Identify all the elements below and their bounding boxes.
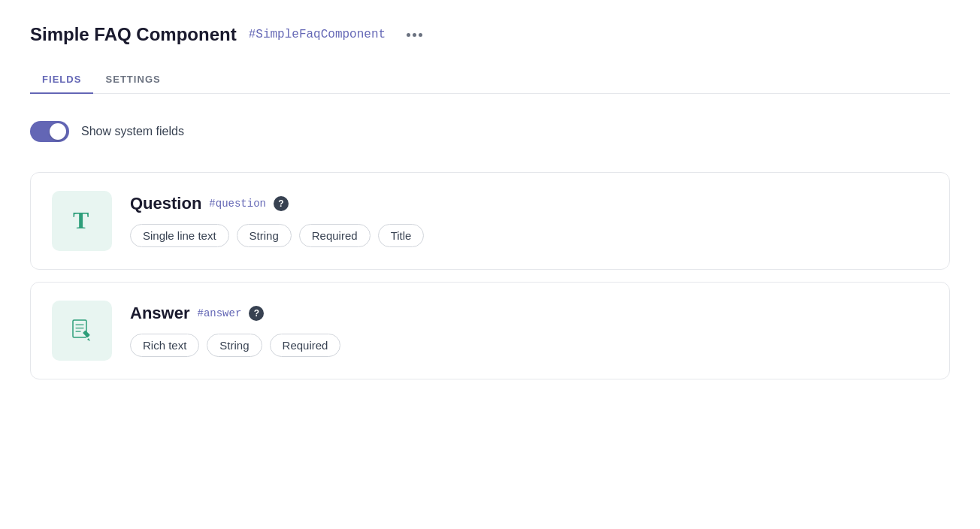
tag-required: Required [270, 334, 341, 357]
tag-single-line-text: Single line text [130, 224, 229, 247]
more-options-button[interactable] [401, 30, 428, 40]
field-card-answer: Answer #answer ? Rich text String Requir… [30, 282, 950, 379]
field-hash-question: #question [209, 198, 266, 210]
field-tags-answer: Rich text String Required [130, 334, 928, 357]
tab-fields[interactable]: FIELDS [30, 66, 93, 94]
rich-text-icon [67, 316, 97, 346]
field-hash-answer: #answer [197, 307, 241, 319]
system-fields-toggle-row: Show system fields [30, 121, 950, 142]
field-name-question: Question [130, 194, 201, 213]
field-icon-question: T [52, 191, 112, 251]
page-title: Simple FAQ Component [30, 24, 237, 45]
field-help-question[interactable]: ? [274, 196, 289, 211]
svg-rect-1 [73, 320, 86, 337]
help-icon: ? [254, 308, 259, 319]
svg-marker-6 [87, 338, 90, 341]
component-hash: #SimpleFaqComponent [249, 28, 386, 41]
field-card-question: T Question #question ? Single line text … [30, 172, 950, 270]
tab-settings[interactable]: SETTINGS [93, 66, 172, 94]
tabs-container: FIELDS SETTINGS [30, 66, 950, 94]
field-info-question: Question #question ? Single line text St… [130, 194, 928, 247]
field-info-answer: Answer #answer ? Rich text String Requir… [130, 304, 928, 357]
page-header: Simple FAQ Component #SimpleFaqComponent [30, 24, 950, 45]
field-name-answer: Answer [130, 304, 189, 323]
field-name-row-question: Question #question ? [130, 194, 928, 213]
field-name-row-answer: Answer #answer ? [130, 304, 928, 323]
show-system-fields-toggle[interactable] [30, 121, 69, 142]
toggle-thumb [50, 123, 66, 140]
tag-rich-text: Rich text [130, 334, 199, 357]
tag-title: Title [378, 224, 425, 247]
field-tags-question: Single line text String Required Title [130, 224, 928, 247]
tag-required: Required [299, 224, 371, 247]
svg-text:T: T [73, 207, 89, 234]
toggle-label: Show system fields [81, 125, 184, 138]
tag-string: String [237, 224, 292, 247]
field-icon-answer [52, 301, 112, 361]
field-help-answer[interactable]: ? [249, 306, 264, 321]
help-icon: ? [278, 198, 283, 209]
svg-rect-5 [83, 330, 90, 337]
text-icon: T [67, 206, 97, 236]
tag-string: String [207, 334, 262, 357]
